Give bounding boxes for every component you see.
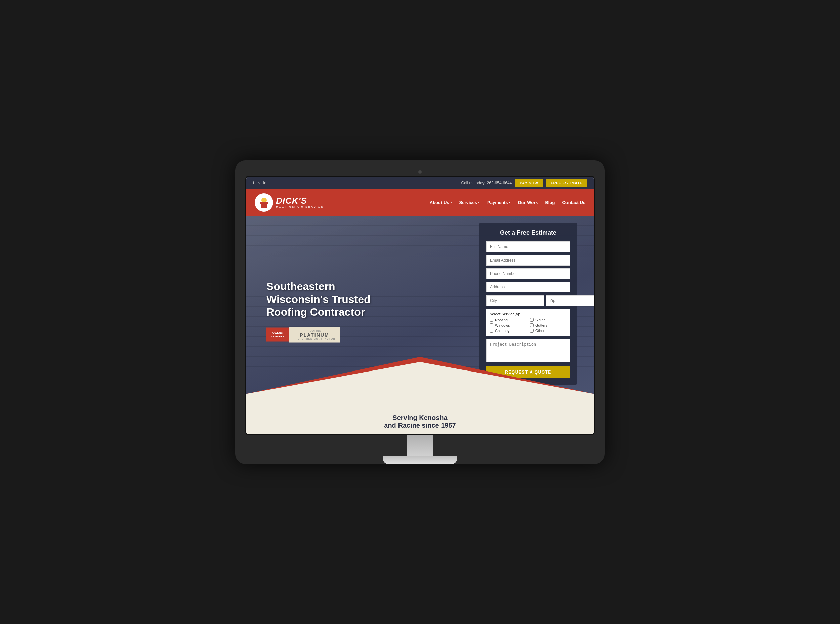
svg-rect-1 [261,203,267,208]
pay-now-button[interactable]: PAY NOW [515,179,543,187]
header: DICK'S ROOF REPAIR SERVICE About Us ▾ Se… [246,189,594,216]
nav-menu: About Us ▾ Services ▾ Payments ▾ Our Wor… [430,200,585,205]
nav-item-payments[interactable]: Payments ▾ [487,200,510,205]
service-siding[interactable]: Siding [530,318,567,322]
linkedin-icon[interactable]: in [264,181,267,185]
service-chimney[interactable]: Chimney [490,329,527,333]
roofing-label: ROOFING [308,329,321,332]
bottom-section: Serving Kenosha and Racine since 1957 [246,394,594,434]
zip-input[interactable] [546,295,594,306]
service-roofing[interactable]: Roofing [490,318,527,322]
logo-name: DICK'S [276,196,323,205]
address-field [486,282,570,292]
full-name-field [486,241,570,252]
platinum-badge: ROOFING PLATINUM PREFERRED CONTRACTOR [289,327,341,342]
hero-text: Southeastern Wisconsin's Trusted Roofing… [267,280,394,342]
service-other[interactable]: Other [530,329,567,333]
phone-field [486,268,570,279]
owens-corning-logo-top: OWENS [273,331,282,334]
nav-item-services[interactable]: Services ▾ [459,200,480,205]
instagram-icon[interactable]: ○ [257,181,260,185]
other-checkbox[interactable] [530,329,533,332]
gutters-checkbox[interactable] [530,323,533,327]
chimney-checkbox[interactable] [490,329,493,332]
email-input[interactable] [486,255,570,266]
free-estimate-button[interactable]: FREE ESTIMATE [546,179,587,187]
service-windows[interactable]: Windows [490,323,527,327]
nav-item-about[interactable]: About Us ▾ [430,200,452,205]
services-label: Select Service(s): [490,312,567,316]
windows-checkbox[interactable] [490,323,493,327]
address-input[interactable] [486,282,570,292]
siding-checkbox[interactable] [530,318,533,322]
facebook-icon[interactable]: f [253,181,254,185]
city-input[interactable] [486,295,544,306]
preferred-contractor-label: PREFERRED CONTRACTOR [294,337,335,340]
services-section: Select Service(s): Roofing Siding Win [486,309,570,336]
chevron-down-icon: ▾ [478,201,480,204]
logo-icon [255,193,273,212]
owens-corning-badge: OWENS CORNING [267,328,289,341]
call-text: Call us today: 262-654-6644 [461,181,512,185]
roof-peak-area [246,357,594,394]
full-name-input[interactable] [486,241,570,252]
form-title: Get a Free Estimate [486,229,570,236]
social-links: f ○ in [253,181,267,185]
top-bar-right: Call us today: 262-654-6644 PAY NOW FREE… [461,179,587,187]
chevron-down-icon: ▾ [450,201,452,204]
nav-item-blog[interactable]: Blog [545,200,555,205]
phone-input[interactable] [486,268,570,279]
nav-item-contact[interactable]: Contact Us [562,200,585,205]
logo-sub: ROOF REPAIR SERVICE [276,205,323,209]
chevron-down-icon: ▾ [509,201,510,204]
services-grid: Roofing Siding Windows Gutters [490,318,567,333]
logo[interactable]: DICK'S ROOF REPAIR SERVICE [255,193,323,212]
serving-area: Serving Kenosha and Racine since 1957 [246,394,594,434]
city-zip-row [486,295,570,306]
badge-area: OWENS CORNING ROOFING PLATINUM PREFERRED… [267,327,394,342]
nav-item-our-work[interactable]: Our Work [518,200,538,205]
monitor-stand [387,436,454,464]
stand-neck [407,436,433,456]
serving-line2: and Racine since 1957 [384,422,456,429]
roofing-checkbox[interactable] [490,318,493,322]
service-gutters[interactable]: Gutters [530,323,567,327]
logo-text: DICK'S ROOF REPAIR SERVICE [276,196,323,209]
platinum-label: PLATINUM [300,332,329,337]
email-field [486,255,570,266]
serving-line1: Serving Kenosha [384,414,456,422]
stand-base [383,456,457,464]
svg-rect-2 [260,202,268,204]
hero-section: Southeastern Wisconsin's Trusted Roofing… [246,216,594,394]
top-bar: f ○ in Call us today: 262-654-6644 PAY N… [246,176,594,189]
hero-title: Southeastern Wisconsin's Trusted Roofing… [267,280,394,318]
owens-corning-logo-bot: CORNING [271,335,284,338]
